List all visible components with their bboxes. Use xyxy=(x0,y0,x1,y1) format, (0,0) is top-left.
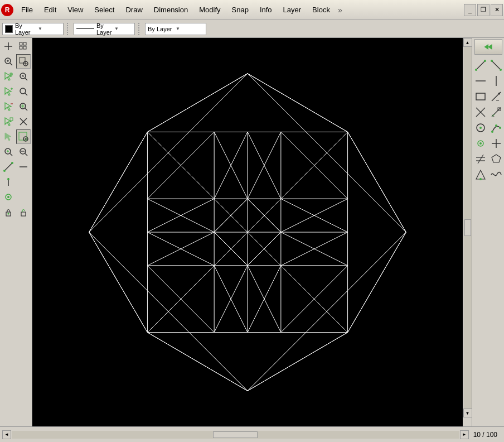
tool-select-remove[interactable] xyxy=(1,99,16,114)
lt-row-3 xyxy=(1,69,31,84)
svg-marker-50 xyxy=(488,44,492,50)
tool-hline[interactable] xyxy=(16,160,31,174)
scroll-left-button[interactable]: ◄ xyxy=(2,430,11,439)
lt-row-6 xyxy=(1,114,31,129)
svg-rect-59 xyxy=(476,93,485,100)
lt-row-4 xyxy=(1,84,31,99)
rt-tool-plus[interactable] xyxy=(489,136,503,151)
menu-modify[interactable]: Modify xyxy=(193,2,226,17)
tool-lock[interactable] xyxy=(1,205,16,219)
tool-empty2[interactable] xyxy=(16,190,31,204)
lt-row-5 xyxy=(1,99,31,114)
back-button[interactable] xyxy=(474,39,502,55)
tool-line[interactable] xyxy=(1,160,16,174)
horizontal-scroll-track[interactable] xyxy=(12,431,459,439)
svg-point-71 xyxy=(491,131,493,133)
menu-snap[interactable]: Snap xyxy=(226,2,254,17)
svg-line-80 xyxy=(478,155,483,164)
menu-info[interactable]: Info xyxy=(254,2,278,17)
rt-row-4 xyxy=(473,105,503,119)
rt-tool-line2[interactable] xyxy=(489,58,503,73)
menu-edit[interactable]: Edit xyxy=(38,2,62,17)
menu-more[interactable]: » xyxy=(338,6,342,15)
linetype-dropdown[interactable]: By Layer ▼ xyxy=(74,23,135,35)
page-info: 10 / 100 xyxy=(469,431,502,439)
tool-zoom-out-btn[interactable] xyxy=(16,145,31,159)
scroll-up-button[interactable]: ▲ xyxy=(463,38,472,47)
rt-tool-diag[interactable] xyxy=(473,105,488,119)
vertical-scrollbar[interactable]: ▲ ▼ xyxy=(463,38,472,417)
tool-zoom-window[interactable] xyxy=(16,54,31,69)
tool-x[interactable] xyxy=(16,114,31,129)
cad-canvas[interactable] xyxy=(32,38,463,426)
horizontal-scroll-thumb[interactable] xyxy=(213,431,258,438)
rt-tool-measure[interactable] xyxy=(489,105,503,119)
svg-marker-82 xyxy=(476,170,485,179)
menu-view[interactable]: View xyxy=(62,2,89,17)
lt-row-10 xyxy=(1,175,31,189)
menu-draw[interactable]: Draw xyxy=(120,2,148,17)
menu-dimension[interactable]: Dimension xyxy=(148,2,193,17)
vertical-scroll-track[interactable] xyxy=(464,47,472,409)
svg-point-19 xyxy=(20,88,26,94)
rt-tool-hline[interactable] xyxy=(473,74,488,88)
rt-tool-arrow[interactable] xyxy=(489,89,503,104)
tool-grid[interactable] xyxy=(16,39,31,54)
rt-tool-polygon[interactable] xyxy=(489,152,503,166)
svg-point-43 xyxy=(7,178,9,180)
tool-select-all[interactable] xyxy=(1,114,16,129)
svg-point-45 xyxy=(7,196,9,198)
app-icon: R xyxy=(1,4,13,16)
lt-row-12 xyxy=(1,205,31,219)
drawing-canvas[interactable] xyxy=(32,38,463,426)
color-dropdown[interactable]: By Layer ▼ xyxy=(2,23,64,35)
tool-zoom-in[interactable] xyxy=(1,54,16,69)
tool-vline[interactable] xyxy=(1,175,16,189)
svg-rect-5 xyxy=(23,46,26,49)
rt-row-7 xyxy=(473,152,503,166)
tool-zoom-previous[interactable] xyxy=(16,84,31,99)
color-arrow-icon: ▼ xyxy=(38,26,61,31)
linewidth-dropdown[interactable]: By Layer ▼ xyxy=(145,23,206,35)
svg-line-23 xyxy=(25,108,27,110)
menu-select[interactable]: Select xyxy=(89,2,120,17)
tool-node[interactable] xyxy=(1,190,16,204)
scroll-down-button[interactable]: ▼ xyxy=(463,409,472,417)
rt-tool-arc[interactable] xyxy=(489,121,503,135)
rt-tool-circle[interactable] xyxy=(473,121,488,135)
rt-tool-rect[interactable] xyxy=(473,89,488,104)
svg-point-40 xyxy=(11,162,13,164)
rt-tool-point[interactable] xyxy=(473,136,488,151)
rt-tool-notequal[interactable] xyxy=(473,152,488,166)
rt-tool-vline[interactable] xyxy=(489,74,503,88)
horizontal-scrollbar[interactable]: ◄ ► xyxy=(2,430,469,439)
tool-select-invert[interactable] xyxy=(1,129,16,144)
window-controls: _ ❐ ✕ xyxy=(464,4,503,16)
svg-marker-81 xyxy=(492,155,501,162)
rt-tool-line1[interactable] xyxy=(473,58,488,73)
tool-select-single[interactable] xyxy=(1,69,16,84)
tool-empty[interactable] xyxy=(16,175,31,189)
menu-file[interactable]: File xyxy=(16,2,38,17)
tool-unlock[interactable] xyxy=(16,205,31,219)
tool-zoom-in-btn[interactable] xyxy=(1,145,16,159)
tool-zoom-auto[interactable] xyxy=(16,69,31,84)
svg-point-55 xyxy=(491,60,493,62)
tool-zoom-realtime[interactable] xyxy=(16,129,31,144)
tool-zoom-extents[interactable] xyxy=(16,99,31,114)
restore-button[interactable]: ❐ xyxy=(477,4,490,16)
svg-point-52 xyxy=(475,69,477,71)
minimize-button[interactable]: _ xyxy=(464,4,476,16)
tool-select-add[interactable] xyxy=(1,84,16,99)
rt-tool-triangle[interactable] xyxy=(473,167,488,182)
canvas-area[interactable]: ▲ ▼ xyxy=(32,38,472,426)
vertical-scroll-thumb[interactable] xyxy=(464,219,471,236)
menu-block[interactable]: Block xyxy=(307,2,336,17)
linetype-arrow-icon: ▼ xyxy=(114,26,132,31)
close-button[interactable]: ✕ xyxy=(491,4,503,16)
menu-layer[interactable]: Layer xyxy=(278,2,307,17)
rt-tool-spline[interactable] xyxy=(489,167,503,182)
tool-cross[interactable] xyxy=(1,39,16,54)
scroll-right-button[interactable]: ► xyxy=(460,430,469,439)
svg-marker-49 xyxy=(484,44,488,50)
